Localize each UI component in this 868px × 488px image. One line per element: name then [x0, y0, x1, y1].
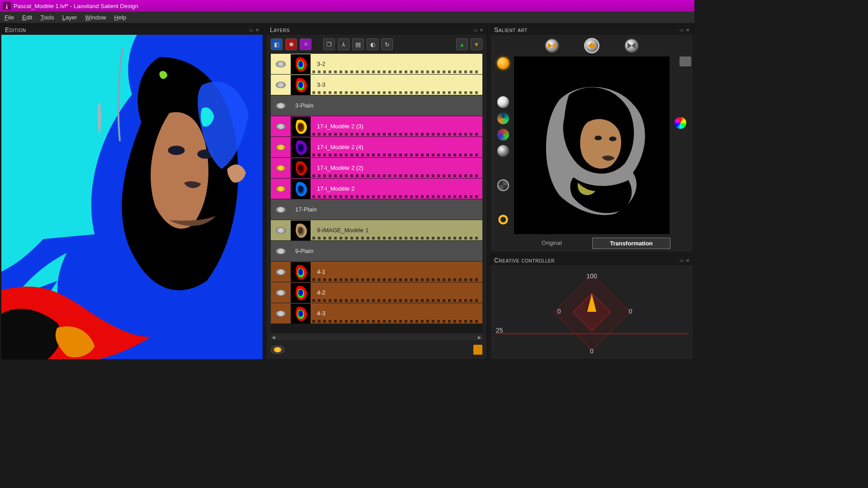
layer-visibility[interactable]: [271, 199, 291, 220]
merge-button[interactable]: ⅄: [338, 38, 349, 50]
tab-transformation[interactable]: Transformation: [592, 238, 670, 249]
svg-point-25: [594, 136, 602, 140]
layer-row[interactable]: 3-2: [271, 54, 482, 75]
color-wheel-icon[interactable]: [675, 117, 686, 129]
menu-edit[interactable]: Edit: [22, 14, 32, 21]
layer-row[interactable]: 3-Plain: [271, 95, 482, 116]
layers-toolbar: ◧ ✱ ⌗ ❐ ⅄ ▤ ◐ ↻ ▲ ▼: [266, 35, 487, 54]
layer-row[interactable]: 17-I_Modèle 2 (4): [271, 137, 482, 158]
layer-visibility[interactable]: [271, 178, 291, 199]
svg-point-3: [98, 102, 101, 133]
filmstrip-icon: [312, 195, 481, 198]
layers-title: Layers: [270, 26, 290, 33]
menu-layer[interactable]: Layer: [62, 14, 77, 21]
close-icon[interactable]: ✕: [480, 28, 484, 33]
layer-row[interactable]: 17-I_Modèle 2 (2): [271, 158, 482, 178]
layer-tool-1[interactable]: ◧: [271, 38, 283, 50]
layer-visibility[interactable]: [271, 282, 291, 303]
fx-button[interactable]: ◐: [367, 38, 378, 50]
svg-point-7: [298, 82, 303, 88]
svg-point-23: [298, 310, 303, 317]
menu-help[interactable]: Help: [114, 14, 127, 21]
edition-canvas[interactable]: [1, 35, 263, 359]
svg-point-26: [609, 136, 616, 141]
scroll-right-icon[interactable]: ▶: [478, 335, 481, 340]
close-icon[interactable]: ✕: [686, 258, 690, 263]
layer-tool-3[interactable]: ⌗: [300, 38, 311, 50]
menu-file[interactable]: File: [5, 14, 14, 21]
layer-visibility[interactable]: [271, 241, 291, 261]
salient-mode-b[interactable]: [585, 39, 598, 52]
duplicate-button[interactable]: ❐: [323, 38, 335, 50]
close-icon[interactable]: ✕: [255, 28, 259, 33]
layer-visibility[interactable]: [271, 220, 291, 240]
layer-visibility[interactable]: [271, 75, 291, 95]
salient-preview[interactable]: [514, 56, 670, 234]
layer-visibility-toggle[interactable]: [271, 346, 284, 354]
edition-panel: Edition ▭ ✕: [1, 24, 263, 360]
undock-icon[interactable]: ▭: [679, 258, 684, 263]
salient-mode-c[interactable]: [625, 39, 638, 52]
salient-tool-tricolor[interactable]: [497, 113, 509, 124]
layers-panel: Layers ▭ ✕ ◧ ✱ ⌗ ❐ ⅄ ▤ ◐ ↻ ▲ ▼ 3-2 3-3: [266, 24, 487, 360]
svg-point-19: [298, 269, 303, 275]
undock-icon[interactable]: ▭: [473, 28, 478, 33]
layers-hscroll[interactable]: ◀ ▶: [271, 334, 482, 340]
layer-visibility[interactable]: [271, 54, 291, 74]
menu-window[interactable]: Window: [85, 14, 106, 21]
layer-row[interactable]: 3-3: [271, 75, 482, 95]
titlebar: Pascal_Modèle 1.lvf* - Laoviland Salient…: [0, 0, 694, 12]
layer-row[interactable]: 9-IMAGE_Modèle 1: [271, 220, 482, 241]
layer-visibility[interactable]: [271, 262, 291, 282]
salient-tool-grid[interactable]: [497, 179, 509, 191]
layer-row[interactable]: 17-Plain: [271, 199, 482, 220]
layer-thumbnail: [291, 262, 311, 282]
svg-point-11: [298, 144, 303, 150]
salient-tool-ring[interactable]: [497, 214, 509, 225]
menu-tools[interactable]: Tools: [40, 14, 54, 21]
move-up-button[interactable]: ▲: [456, 38, 468, 50]
layer-name: 3-2: [312, 61, 482, 67]
salient-tool-multi[interactable]: [497, 129, 509, 141]
layer-visibility[interactable]: [271, 95, 291, 116]
move-down-button[interactable]: ▼: [471, 38, 482, 50]
layer-visibility[interactable]: [271, 303, 291, 324]
undock-icon[interactable]: ▭: [679, 28, 684, 33]
controller-pointer[interactable]: [587, 294, 596, 312]
creative-controller[interactable]: 100 0 0 0 25: [491, 265, 693, 359]
layer-row[interactable]: 4-1: [271, 262, 482, 282]
delete-layer-button[interactable]: [473, 345, 482, 355]
salient-tool-gray[interactable]: [497, 145, 509, 157]
layer-visibility[interactable]: [271, 137, 291, 157]
salient-panel: Salient art ▭ ✕: [490, 24, 693, 252]
layer-row[interactable]: 17-I_Modèle 2: [271, 178, 482, 199]
layer-tool-2[interactable]: ✱: [285, 38, 297, 50]
layer-row[interactable]: 17-I_Modèle 2 (3): [271, 116, 482, 137]
layers-list[interactable]: 3-2 3-3 3-Plain 17-I_Modèle 2 (3) 17-I_M…: [271, 54, 482, 333]
controller-slider-value: 25: [496, 327, 503, 334]
controller-slider[interactable]: [495, 333, 689, 334]
svg-point-15: [298, 186, 303, 192]
layer-row[interactable]: 4-3: [271, 303, 482, 324]
layer-thumbnail: [291, 137, 311, 157]
scroll-left-icon[interactable]: ◀: [272, 335, 275, 340]
close-icon[interactable]: ✕: [686, 28, 690, 33]
tab-original[interactable]: Original: [513, 238, 590, 249]
flatten-button[interactable]: ▤: [352, 38, 364, 50]
salient-tool-sun[interactable]: [497, 57, 509, 69]
layer-row[interactable]: 4-2: [271, 282, 482, 303]
layer-thumbnail: [291, 75, 311, 95]
layer-thumbnail: [291, 304, 311, 324]
undock-icon[interactable]: ▭: [249, 28, 254, 33]
salient-tool-star[interactable]: [497, 96, 509, 108]
salient-mode-a[interactable]: [546, 39, 558, 52]
svg-point-5: [298, 61, 303, 67]
salient-save-button[interactable]: [679, 56, 691, 66]
reload-button[interactable]: ↻: [381, 38, 393, 50]
layer-row[interactable]: 9-Plain: [271, 241, 482, 262]
layer-name: 17-I_Modèle 2 (3): [312, 123, 482, 130]
layer-visibility[interactable]: [271, 116, 291, 136]
svg-point-1: [168, 145, 184, 155]
layer-visibility[interactable]: [271, 158, 291, 178]
filmstrip-icon: [312, 174, 481, 177]
